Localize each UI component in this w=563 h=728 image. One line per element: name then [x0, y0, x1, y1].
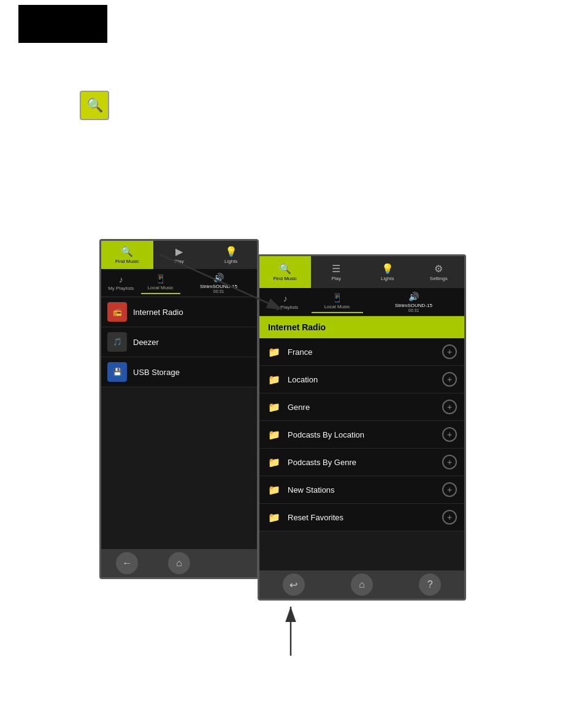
radio-item-new-stations[interactable]: 📁 New Stations +	[259, 476, 464, 504]
right-tab-find-music[interactable]: 🔍 Find Music	[259, 256, 311, 288]
plus-icon-location[interactable]: +	[442, 372, 457, 387]
right-back-button[interactable]: ↩	[283, 574, 305, 596]
left-internet-radio[interactable]: 📻 Internet Radio	[101, 297, 257, 327]
reset-favorites-label: Reset Favorites	[288, 513, 442, 522]
left-tab-play-label: Play	[174, 259, 184, 264]
radio-item-france[interactable]: 📁 France +	[259, 338, 464, 366]
podcasts-by-genre-label: Podcasts By Genre	[288, 458, 442, 467]
left-tab-find-music-label: Find Music	[115, 259, 139, 264]
usb-storage-icon: 💾	[107, 362, 127, 382]
right-tab-play-label: Play	[331, 276, 341, 281]
right-local-music[interactable]: 📱 Local Music	[312, 290, 364, 313]
usb-storage-label: USB Storage	[133, 368, 180, 377]
folder-icon-reset-favorites: 📁	[267, 510, 282, 525]
right-tab-settings-label: Settings	[430, 276, 448, 281]
phone-right: 🔍 Find Music ☰ Play 💡 Lights ⚙ Settings …	[258, 254, 466, 601]
radio-item-location[interactable]: 📁 Location +	[259, 366, 464, 393]
left-extra-button[interactable]	[220, 552, 242, 574]
right-bottom-bar: ↩ ⌂ ?	[259, 571, 464, 599]
right-find-music-icon: 🔍	[279, 263, 291, 275]
play-icon: ▶	[175, 246, 183, 257]
local-music-icon: 📱	[155, 274, 166, 284]
right-help-button[interactable]: ?	[419, 574, 441, 596]
folder-icon-podcasts-genre: 📁	[267, 455, 282, 469]
right-device[interactable]: 🔊 StriimSOUND-15 00:31	[363, 290, 464, 314]
speaker-icon-left: 🔊	[213, 273, 224, 282]
radio-item-podcasts-by-genre[interactable]: 📁 Podcasts By Genre +	[259, 449, 464, 476]
device-time-left: 00:31	[213, 289, 224, 294]
left-tab-lights-label: Lights	[224, 259, 237, 264]
radio-item-podcasts-by-location[interactable]: 📁 Podcasts By Location +	[259, 421, 464, 449]
radio-item-reset-favorites[interactable]: 📁 Reset Favorites +	[259, 504, 464, 531]
left-tab-find-music[interactable]: 🔍 Find Music	[101, 241, 153, 269]
my-playlists-label: My Playlists	[108, 286, 134, 291]
right-my-playlists-label: My Playlists	[272, 305, 298, 310]
deezer-label: Deezer	[133, 338, 159, 347]
left-source-bar: ♪ My Playlists 📱 Local Music 🔊 StriimSOU…	[101, 269, 257, 297]
left-usb-storage[interactable]: 💾 USB Storage	[101, 357, 257, 387]
right-tab-find-music-label: Find Music	[273, 276, 297, 281]
local-music-label: Local Music	[148, 285, 174, 290]
radio-item-genre[interactable]: 📁 Genre +	[259, 393, 464, 421]
france-label: France	[288, 347, 442, 357]
left-my-playlists[interactable]: ♪ My Playlists	[101, 272, 141, 294]
right-lights-icon: 💡	[381, 263, 394, 275]
deezer-icon: 🎵	[107, 332, 127, 352]
lights-icon: 💡	[225, 246, 237, 257]
top-black-rectangle	[18, 5, 107, 43]
my-playlists-icon: ♪	[119, 275, 123, 284]
right-home-button[interactable]: ⌂	[351, 574, 373, 596]
left-home-button[interactable]: ⌂	[168, 552, 190, 574]
left-local-music[interactable]: 📱 Local Music	[141, 271, 181, 294]
plus-icon-new-stations[interactable]: +	[442, 482, 457, 497]
folder-icon-genre: 📁	[267, 400, 282, 414]
right-local-music-icon: 📱	[332, 293, 342, 303]
folder-icon-podcasts-location: 📁	[267, 427, 282, 442]
plus-icon-genre[interactable]: +	[442, 400, 457, 414]
left-bottom-bar: ← ⌂	[101, 549, 257, 577]
right-tab-lights-label: Lights	[381, 276, 394, 281]
right-play-icon: ☰	[332, 263, 340, 275]
location-label: Location	[288, 375, 442, 384]
device-name-left: StriimSOUND-15	[200, 284, 237, 289]
new-stations-label: New Stations	[288, 485, 442, 495]
right-speaker-icon: 🔊	[408, 292, 419, 301]
left-tab-bar: 🔍 Find Music ▶ Play 💡 Lights	[101, 241, 257, 269]
find-music-icon: 🔍	[121, 246, 133, 257]
left-tab-lights[interactable]: 💡 Lights	[205, 241, 257, 269]
right-my-playlists-icon: ♪	[283, 294, 288, 303]
podcasts-by-location-label: Podcasts By Location	[288, 430, 442, 439]
left-device[interactable]: 🔊 StriimSOUND-15 00:31	[180, 271, 257, 295]
right-settings-icon: ⚙	[434, 263, 443, 275]
internet-radio-header: Internet Radio	[259, 316, 464, 338]
left-deezer[interactable]: 🎵 Deezer	[101, 327, 257, 357]
folder-icon-location: 📁	[267, 372, 282, 387]
genre-label: Genre	[288, 403, 442, 412]
phone-left: 🔍 Find Music ▶ Play 💡 Lights ♪ My Playli…	[99, 239, 259, 579]
right-tab-lights[interactable]: 💡 Lights	[362, 256, 413, 288]
right-tab-bar: 🔍 Find Music ☰ Play 💡 Lights ⚙ Settings	[259, 256, 464, 288]
plus-icon-podcasts-genre[interactable]: +	[442, 455, 457, 469]
plus-icon-reset-favorites[interactable]: +	[442, 510, 457, 525]
search-icon-box: 🔍	[80, 91, 109, 120]
plus-icon-france[interactable]: +	[442, 344, 457, 359]
folder-icon-france: 📁	[267, 344, 282, 359]
internet-radio-label: Internet Radio	[133, 308, 183, 317]
internet-radio-icon: 📻	[107, 302, 127, 322]
right-tab-play[interactable]: ☰ Play	[311, 256, 362, 288]
search-icon: 🔍	[86, 97, 103, 113]
right-device-name: StriimSOUND-15	[395, 303, 432, 308]
plus-icon-podcasts-location[interactable]: +	[442, 427, 457, 442]
right-my-playlists[interactable]: ♪ My Playlists	[259, 291, 312, 313]
right-source-bar: ♪ My Playlists 📱 Local Music 🔊 StriimSOU…	[259, 288, 464, 316]
left-tab-play[interactable]: ▶ Play	[153, 241, 205, 269]
right-device-time: 00:31	[408, 308, 419, 313]
folder-icon-new-stations: 📁	[267, 482, 282, 497]
left-back-button[interactable]: ←	[116, 552, 138, 574]
right-tab-settings[interactable]: ⚙ Settings	[413, 256, 465, 288]
right-local-music-label: Local Music	[324, 304, 350, 309]
